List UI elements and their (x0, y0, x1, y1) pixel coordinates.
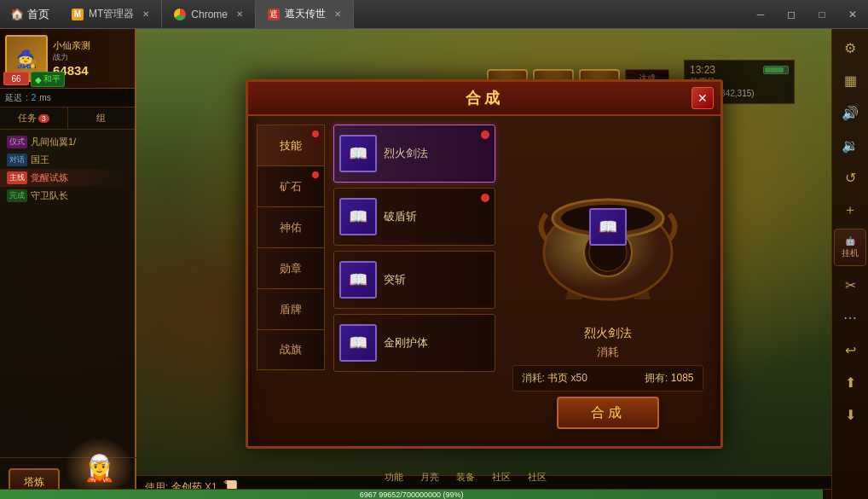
quest-badge: 3 (38, 114, 49, 123)
refresh-button[interactable]: ↺ (835, 162, 865, 193)
consume-amount: x50 (571, 372, 587, 384)
cat-item-ore[interactable]: 矿石 (257, 165, 325, 206)
tab-game[interactable]: 遮 遮天传世 ✕ (256, 0, 354, 29)
skill-icon-2: 📖 (339, 261, 377, 299)
peace-diamond-icon: ◆ (35, 75, 42, 84)
close-button[interactable]: ✕ (837, 0, 868, 29)
quest-text-1: 国王 (31, 154, 49, 166)
quest-tag-complete: 完成 (7, 189, 27, 202)
cat-ore-label: 矿石 (280, 179, 302, 194)
consume-label: 消耗: (522, 372, 545, 384)
skill-list: 📖 烈火剑法 📖 破盾斩 📖 突斩 📖 (333, 125, 495, 438)
home-tab[interactable]: 🏠 mt 首页 (0, 7, 60, 22)
game-tab-label: 遮天传世 (285, 7, 326, 21)
taskbar: 🏠 mt 首页 M MT管理器 ✕ Chrome ✕ 遮 遮天传世 ✕ ─ ◻ … (0, 0, 868, 29)
cat-item-shield[interactable]: 盾牌 (257, 288, 325, 329)
skill-icon-0: 📖 (339, 135, 377, 172)
settings-button[interactable]: ⚙ (835, 32, 865, 63)
skill-item-0[interactable]: 📖 烈火剑法 (333, 125, 495, 183)
synth-consume-line: 消耗: 书页 x50 拥有: 1085 (512, 365, 703, 392)
skill-item-3[interactable]: 📖 金刚护体 (333, 314, 495, 372)
level-badge: 66 (3, 72, 29, 85)
scroll-up-button[interactable]: ⬆ (835, 367, 865, 397)
battle-power-label: 战力 (53, 52, 130, 63)
synth-body: 技能 矿石 神佑 勋章 盾牌 (248, 116, 720, 446)
synth-info: 烈火剑法 消耗 消耗: 书页 x50 拥有: 1085 (504, 321, 712, 438)
tab-chrome[interactable]: Chrome ✕ (162, 0, 256, 29)
skill-name-1: 破盾斩 (384, 209, 417, 224)
chrome-close-icon[interactable]: ✕ (236, 9, 243, 19)
delay-bar: 延迟 : 2 ms (0, 89, 135, 107)
volume-down-button[interactable]: 🔉 (835, 130, 865, 160)
delay-unit: ms (39, 93, 50, 102)
cut-button[interactable]: ✂ (835, 270, 865, 300)
skill-item-1[interactable]: 📖 破盾斩 (333, 188, 495, 246)
back-button[interactable]: ↩ (835, 334, 865, 365)
left-panel: 🧙 小仙亲测 战力 64834 66 ◆ 和平 延迟 : 2 ms 任务 3 (0, 29, 136, 499)
chrome-tab-label: Chrome (191, 9, 228, 20)
cat-skill-dot (312, 131, 319, 137)
category-list: 技能 矿石 神佑 勋章 盾牌 (257, 125, 325, 438)
hang-button[interactable]: 🤖 挂机 (834, 229, 866, 266)
quest-tabs: 任务 3 组 (0, 107, 135, 130)
right-panel: ⚙ ▦ 🔊 🔉 ↺ ＋ 🤖 挂机 ✂ ⋯ ↩ ⬆ ⬇ (831, 29, 868, 499)
quest-tab-tasks-label: 任务 (18, 112, 37, 125)
delay-label: 延迟 (5, 92, 22, 104)
skill-icon-3: 📖 (339, 324, 377, 362)
mt-icon: M (72, 9, 84, 20)
home-text: 首页 (27, 7, 49, 22)
skill-name-2: 突斩 (384, 272, 406, 287)
quest-tab-tasks[interactable]: 任务 3 (0, 107, 68, 129)
skill-icon-1: 📖 (339, 198, 377, 235)
grid-button[interactable]: ▦ (835, 65, 865, 96)
synth-title: 合成 (466, 88, 503, 108)
game-close-icon[interactable]: ✕ (334, 9, 341, 19)
add-button[interactable]: ＋ (835, 194, 865, 225)
quest-tab-group[interactable]: 组 (68, 107, 136, 129)
maximize-button[interactable]: □ (807, 0, 837, 29)
scroll-down-button[interactable]: ⬇ (835, 399, 865, 430)
quest-text-2: 觉醒试炼 (31, 171, 68, 184)
consume-left: 消耗: 书页 x50 (522, 371, 587, 386)
cauldron-area: 📖 (514, 133, 702, 321)
delay-value: 2 (32, 93, 37, 102)
minimize-button[interactable]: ─ (745, 0, 776, 29)
peace-badge: ◆ 和平 (31, 72, 65, 87)
peace-label: 和平 (43, 73, 61, 85)
synth-skill-name: 烈火剑法 (512, 326, 703, 341)
home-icon: 🏠 (10, 8, 24, 20)
cat-shield-label: 盾牌 (280, 302, 302, 317)
tab-mt[interactable]: M MT管理器 ✕ (60, 0, 162, 29)
own-label: 拥有: (645, 372, 668, 384)
quest-list: 仪式 凡间仙翼1/ 对话 国王 主线 觉醒试炼 完成 守卫队长 (0, 130, 135, 208)
skill-item-2[interactable]: 📖 突斩 (333, 251, 495, 309)
chrome-icon (174, 9, 186, 20)
char-name: 小仙亲测 (53, 39, 130, 52)
quest-tag-ceremony: 仪式 (7, 136, 27, 148)
cat-flag-label: 战旗 (280, 342, 302, 357)
quest-tag-dialog: 对话 (7, 154, 27, 166)
quest-item[interactable]: 主线 觉醒试炼 (0, 169, 135, 187)
mt-tab-label: MT管理器 (89, 7, 134, 21)
window-controls: ─ ◻ □ ✕ (745, 0, 868, 29)
quest-item[interactable]: 仪式 凡间仙翼1/ (0, 133, 135, 151)
skill-dot-0 (481, 131, 489, 139)
game-icon: 遮 (268, 9, 280, 20)
quest-item[interactable]: 完成 守卫队长 (0, 187, 135, 205)
cat-item-divine[interactable]: 神佑 (257, 206, 325, 247)
mt-close-icon[interactable]: ✕ (142, 9, 149, 19)
skill-name-3: 金刚护体 (384, 335, 428, 351)
synth-close-button[interactable]: ✕ (692, 87, 714, 109)
consume-right: 拥有: 1085 (645, 371, 693, 386)
cat-item-flag[interactable]: 战旗 (257, 329, 325, 370)
synth-button[interactable]: 合成 (557, 397, 659, 429)
skill-name-0: 烈火剑法 (384, 146, 428, 161)
cat-item-skill[interactable]: 技能 (257, 125, 325, 165)
fullscreen-button[interactable]: ◻ (776, 0, 807, 29)
volume-button[interactable]: 🔊 (835, 97, 865, 128)
cat-item-medal[interactable]: 勋章 (257, 247, 325, 288)
quest-item[interactable]: 对话 国王 (0, 151, 135, 169)
cauldron-item: 📖 (589, 208, 627, 246)
quest-text-3: 守卫队长 (31, 189, 68, 202)
more-button[interactable]: ⋯ (835, 302, 865, 333)
